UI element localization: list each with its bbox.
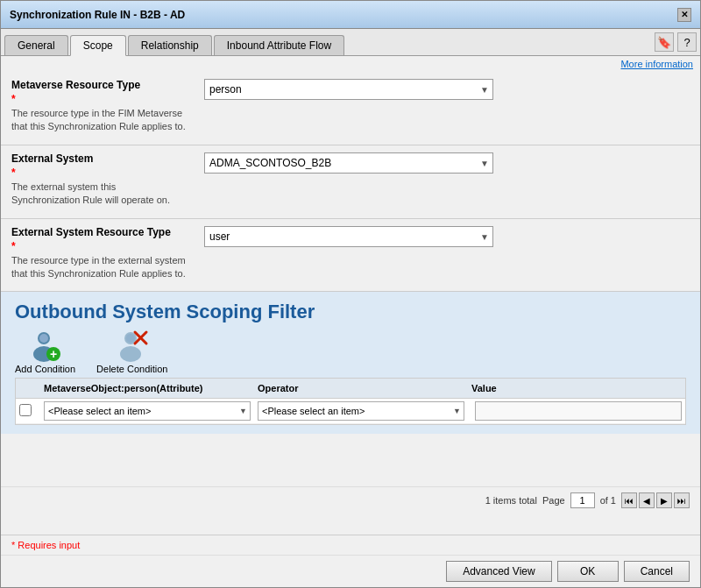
scoping-filter-section: Outbound System Scoping Filter <box>1 292 700 434</box>
empty-space <box>1 434 700 486</box>
external-system-resource-type-description: The resource type in the external system… <box>11 254 187 281</box>
external-system-dropdown-wrapper: ADMA_SCONTOSO_B2B <box>204 152 493 174</box>
metaverse-resource-type-section: Metaverse Resource Type * The resource t… <box>1 72 700 145</box>
add-condition-label: Add Condition <box>15 364 75 374</box>
filter-row-checkbox[interactable] <box>19 404 32 416</box>
filter-operator-select[interactable]: <Please select an item> <box>258 401 464 421</box>
filter-row-checkbox-cell <box>19 404 40 419</box>
external-system-row: External System * The external system th… <box>11 152 690 211</box>
items-total-text: 1 items total <box>485 495 537 506</box>
external-system-resource-type-row: External System Resource Type * The reso… <box>11 226 690 285</box>
external-system-section: External System * The external system th… <box>1 145 700 219</box>
external-system-required: * <box>11 166 187 179</box>
filter-attribute-dropdown-wrapper: <Please select an item> <box>44 401 251 421</box>
metaverse-resource-type-label: Metaverse Resource Type <box>11 79 187 91</box>
svg-point-7 <box>126 334 135 343</box>
scroll-container: Metaverse Resource Type * The resource t… <box>1 72 700 535</box>
tab-scope[interactable]: Scope <box>70 35 126 56</box>
action-buttons-row: + Add Condition <box>15 330 686 374</box>
metaverse-resource-type-row: Metaverse Resource Type * The resource t… <box>11 79 690 138</box>
metaverse-resource-type-meta: Metaverse Resource Type * The resource t… <box>11 79 187 138</box>
delete-person-icon <box>115 330 150 362</box>
filter-attribute-select[interactable]: <Please select an item> <box>44 401 251 421</box>
requires-input-bar: * Requires input <box>1 535 700 556</box>
metaverse-resource-type-control: person <box>204 79 690 100</box>
tab-inbound[interactable]: Inbound Attribute Flow <box>214 35 344 55</box>
pagination-bar: 1 items total Page of 1 ⏮ ◀ ▶ ⏭ <box>1 486 700 514</box>
more-info-bar: More information <box>1 56 700 72</box>
filter-col-operator-header: Operator <box>254 381 468 395</box>
first-page-button[interactable]: ⏮ <box>621 492 637 508</box>
cancel-button[interactable]: Cancel <box>624 561 690 582</box>
external-system-control: ADMA_SCONTOSO_B2B <box>204 152 690 174</box>
table-row: <Please select an item> <Please select a… <box>16 399 685 424</box>
metaverse-resource-type-select[interactable]: person <box>204 79 493 100</box>
external-system-resource-type-dropdown-wrapper: user <box>204 226 493 247</box>
filter-operator-dropdown-wrapper: <Please select an item> <box>258 401 464 421</box>
scoping-filter-title: Outbound System Scoping Filter <box>15 301 686 323</box>
filter-col-value-header: Value <box>468 381 682 395</box>
external-system-label: External System <box>11 152 187 165</box>
external-system-description: The external system this Synchronization… <box>11 181 187 208</box>
external-system-resource-type-select[interactable]: user <box>204 226 493 247</box>
page-number-input[interactable] <box>570 492 595 508</box>
external-system-resource-type-section: External System Resource Type * The reso… <box>1 219 700 293</box>
scroll-inner[interactable]: Metaverse Resource Type * The resource t… <box>1 72 700 535</box>
filter-col-attribute-header: MetaverseObject:person(Attribute) <box>40 381 254 395</box>
help-icon-button[interactable]: ? <box>677 32 697 52</box>
pagination-nav: ⏮ ◀ ▶ ⏭ <box>621 492 690 508</box>
tab-bar: General Scope Relationship Inbound Attri… <box>1 29 700 56</box>
footer: * Requires input Advanced View OK Cancel <box>1 535 700 587</box>
external-system-select[interactable]: ADMA_SCONTOSO_B2B <box>204 152 493 174</box>
external-system-resource-type-label: External System Resource Type <box>11 226 187 238</box>
delete-condition-button[interactable]: Delete Condition <box>96 330 167 374</box>
page-of-text: of 1 <box>600 495 616 506</box>
bookmark-icon-button[interactable]: 🔖 <box>655 32 674 52</box>
main-window: Synchronization Rule IN - B2B - AD ✕ Gen… <box>0 0 701 588</box>
more-information-link[interactable]: More information <box>620 59 693 69</box>
close-button[interactable]: ✕ <box>677 8 691 22</box>
external-system-resource-type-required: * <box>11 240 187 252</box>
add-condition-button[interactable]: + Add Condition <box>15 330 75 374</box>
metaverse-resource-type-description: The resource type in the FIM Metaverse t… <box>11 107 187 134</box>
svg-text:+: + <box>49 347 56 361</box>
requires-input-text: * Requires input <box>11 540 80 550</box>
delete-condition-label: Delete Condition <box>96 364 167 374</box>
svg-point-2 <box>39 334 48 343</box>
filter-col-checkbox-header <box>19 381 40 395</box>
page-label: Page <box>542 495 565 506</box>
svg-point-6 <box>120 346 141 362</box>
tab-general[interactable]: General <box>4 35 68 55</box>
footer-buttons: Advanced View OK Cancel <box>1 556 700 587</box>
last-page-button[interactable]: ⏭ <box>674 492 690 508</box>
title-bar: Synchronization Rule IN - B2B - AD ✕ <box>1 1 700 29</box>
external-system-resource-type-control: user <box>204 226 690 247</box>
filter-table-header: MetaverseObject:person(Attribute) Operat… <box>16 379 685 399</box>
window-title: Synchronization Rule IN - B2B - AD <box>10 9 185 21</box>
external-system-meta: External System * The external system th… <box>11 152 187 211</box>
filter-table: MetaverseObject:person(Attribute) Operat… <box>15 378 686 425</box>
next-page-button[interactable]: ▶ <box>656 492 672 508</box>
tab-icon-area: 🔖 ? <box>655 32 697 55</box>
content-area: More information Metaverse Resource Type… <box>1 56 700 535</box>
ok-button[interactable]: OK <box>557 561 619 582</box>
filter-value-cell <box>468 401 682 421</box>
filter-value-input[interactable] <box>475 401 682 421</box>
metaverse-resource-type-required: * <box>11 93 187 105</box>
advanced-view-button[interactable]: Advanced View <box>446 561 552 582</box>
external-system-resource-type-meta: External System Resource Type * The reso… <box>11 226 187 285</box>
tabs-container: General Scope Relationship Inbound Attri… <box>4 34 346 55</box>
prev-page-button[interactable]: ◀ <box>639 492 655 508</box>
tab-relationship[interactable]: Relationship <box>128 35 212 55</box>
add-person-icon: + <box>28 330 63 362</box>
metaverse-resource-type-dropdown-wrapper: person <box>204 79 493 100</box>
